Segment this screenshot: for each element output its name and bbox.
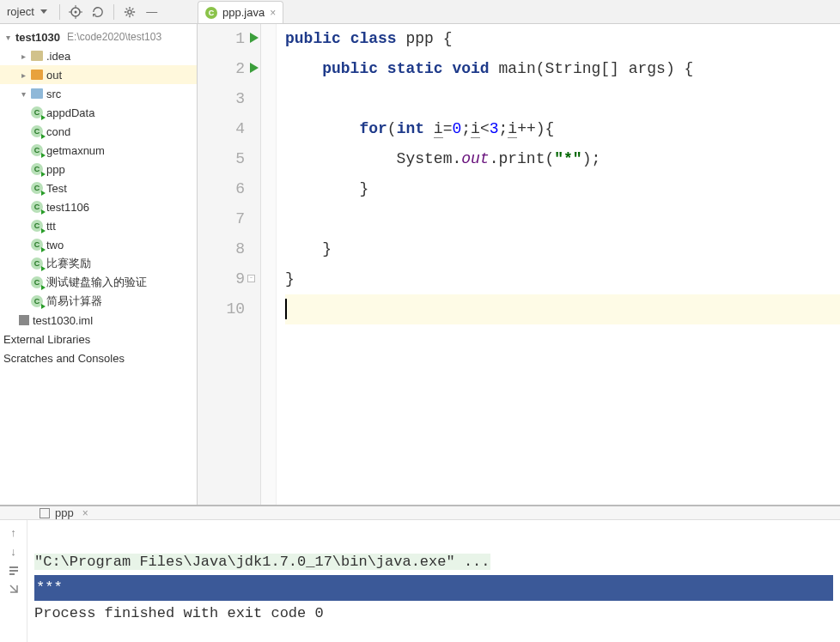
line-gutter: 123456789-10 (198, 24, 261, 505)
stop-icon[interactable]: ↓ (7, 544, 21, 558)
svg-rect-9 (9, 573, 15, 575)
line-number: 10 (198, 294, 245, 324)
scroll-to-end-icon[interactable] (7, 582, 21, 596)
folder-label: .idea (46, 50, 70, 63)
code-line[interactable]: } (285, 264, 840, 294)
fold-icon[interactable]: - (247, 275, 255, 282)
run-panel: ppp × ↑ ↓ "C:\Program Files\Java\jdk1.7.… (0, 505, 840, 642)
console-stdout: *** (34, 575, 833, 601)
console-command: "C:\Program Files\Java\jdk1.7.0_17\bin\j… (34, 554, 490, 570)
code-line[interactable]: public static void main(String[] args) { (285, 54, 840, 84)
close-icon[interactable]: × (82, 507, 88, 519)
tree-external-libs[interactable]: External Libraries (0, 330, 197, 348)
code-line[interactable]: for(int i=0;i<3;i++){ (285, 114, 840, 144)
gear-icon[interactable] (119, 2, 140, 22)
file-label: two (46, 239, 64, 251)
close-icon[interactable]: × (270, 7, 276, 19)
tree-class-file[interactable]: 简易计算器 (0, 292, 197, 311)
class-icon (31, 163, 43, 175)
run-config-icon (40, 508, 50, 518)
run-toolbar: ↑ ↓ (0, 520, 27, 642)
iml-label: test1030.iml (33, 314, 93, 327)
project-tree[interactable]: ▾ test1030 E:\code2020\test103 ▸.idea▸ou… (0, 24, 198, 505)
folder-icon (31, 88, 43, 99)
project-dropdown[interactable]: roject (3, 5, 54, 18)
root-path: E:\code2020\test103 (67, 31, 161, 43)
code-line[interactable]: } (285, 234, 840, 264)
external-label: External Libraries (3, 333, 90, 346)
class-icon (31, 276, 43, 288)
tree-folder[interactable]: ▸.idea (0, 46, 197, 65)
code-line[interactable]: public class ppp { (285, 24, 840, 54)
expand-icon[interactable]: ▸ (19, 51, 27, 61)
file-label: cond (46, 125, 70, 138)
expand-icon[interactable]: ▾ (19, 89, 27, 99)
fold-column (261, 24, 277, 505)
tree-folder[interactable]: ▾src (0, 84, 197, 103)
console-exit: Process finished with exit code 0 (34, 605, 324, 621)
soft-wrap-icon[interactable] (7, 563, 21, 577)
run-gutter-icon[interactable] (250, 33, 259, 43)
tree-class-file[interactable]: getmaxnum (0, 141, 197, 160)
code-body[interactable]: public class ppp { public static void ma… (277, 24, 840, 505)
java-class-icon (205, 7, 217, 19)
file-label: getmaxnum (46, 144, 105, 157)
class-icon (31, 144, 43, 156)
class-icon (31, 106, 43, 118)
line-number: 3 (198, 84, 245, 114)
tree-class-file[interactable]: two (0, 235, 197, 254)
line-number: 5 (198, 144, 245, 174)
tree-class-file[interactable]: appdData (0, 103, 197, 122)
collapse-icon[interactable]: — (142, 2, 162, 22)
class-icon (31, 220, 43, 232)
folder-label: out (46, 69, 62, 82)
run-tab[interactable]: ppp × (40, 506, 88, 519)
editor-tabs: ppp.java × (198, 0, 840, 24)
scratches-label: Scratches and Consoles (3, 352, 125, 365)
line-number: 1 (198, 24, 245, 54)
svg-rect-7 (9, 566, 18, 568)
tree-root[interactable]: ▾ test1030 E:\code2020\test103 (0, 27, 197, 46)
tree-iml[interactable]: test1030.iml (0, 311, 197, 330)
tree-class-file[interactable]: ttt (0, 216, 197, 235)
tree-class-file[interactable]: Test (0, 179, 197, 197)
line-number: 7 (198, 204, 245, 234)
class-icon (31, 125, 43, 137)
run-gutter-icon[interactable] (250, 63, 259, 73)
target-icon[interactable] (65, 2, 86, 22)
line-number: 9- (198, 264, 245, 294)
file-label: Test (46, 182, 67, 195)
tab-file[interactable]: ppp.java × (198, 1, 283, 23)
code-line[interactable]: System.out.print("*"); (285, 144, 840, 174)
code-line[interactable] (285, 204, 840, 234)
tree-scratches[interactable]: Scratches and Consoles (0, 348, 197, 367)
separator (113, 4, 114, 20)
run-body: ↑ ↓ "C:\Program Files\Java\jdk1.7.0_17\b… (0, 520, 840, 642)
code-line[interactable] (285, 294, 840, 324)
folder-label: src (46, 88, 61, 100)
tree-class-file[interactable]: 比赛奖励 (0, 254, 197, 273)
tree-class-file[interactable]: cond (0, 122, 197, 141)
line-number: 8 (198, 234, 245, 264)
svg-point-6 (128, 9, 131, 13)
refresh-icon[interactable] (88, 2, 108, 22)
expand-icon[interactable]: ▸ (19, 70, 27, 80)
code-editor[interactable]: 123456789-10 public class ppp { public s… (198, 24, 840, 505)
file-label: appdData (46, 106, 94, 119)
class-icon (31, 182, 43, 194)
project-label: roject (7, 5, 34, 18)
tree-folder[interactable]: ▸out (0, 65, 197, 84)
file-label: ttt (46, 220, 56, 233)
class-icon (31, 257, 43, 270)
console-output[interactable]: "C:\Program Files\Java\jdk1.7.0_17\bin\j… (27, 520, 840, 642)
expand-icon[interactable]: ▾ (3, 33, 12, 42)
tree-class-file[interactable]: ppp (0, 160, 197, 179)
tree-class-file[interactable]: test1106 (0, 197, 197, 216)
code-line[interactable]: } (285, 174, 840, 204)
line-number: 6 (198, 174, 245, 204)
line-number: 2 (198, 54, 245, 84)
tree-class-file[interactable]: 测试键盘输入的验证 (0, 273, 197, 292)
tab-label: ppp.java (222, 6, 265, 19)
code-line[interactable] (285, 84, 840, 114)
rerun-icon[interactable]: ↑ (7, 525, 21, 539)
